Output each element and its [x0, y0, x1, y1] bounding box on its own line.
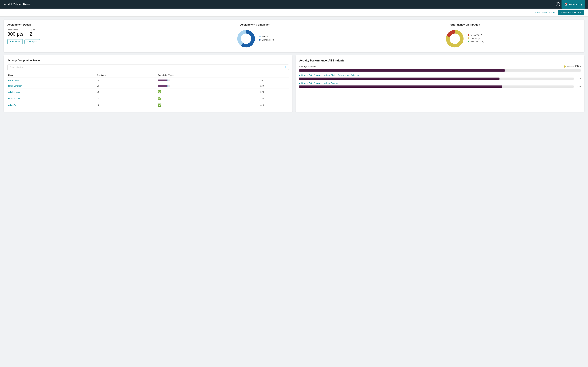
completion-cell: ✅	[157, 89, 259, 95]
student-name[interactable]: Ada Lovelace	[7, 89, 95, 95]
topic-bar-row: 73%	[299, 77, 581, 80]
svg-point-5	[450, 33, 460, 44]
performance-legend: Under 70% (1) 70-89% (4) 90% and up (0)	[468, 34, 484, 44]
calendar-icon: 📅	[564, 3, 567, 6]
roster-title: Activity Completion Roster	[7, 59, 289, 62]
completion-title: Assignment Completion	[162, 23, 348, 26]
table-row: Louis Pasteur17✅323	[7, 95, 289, 102]
student-name[interactable]: Ralph Emerson	[7, 83, 95, 89]
header: ← 4.1 Related Rates ? 📅 Assign Activity	[0, 0, 588, 8]
under70-label: Under 70% (1)	[471, 34, 484, 36]
performance-donut	[445, 29, 465, 49]
progress-bar	[158, 80, 170, 81]
header-right: ? 📅 Assign Activity	[556, 0, 585, 8]
edit-target-button[interactable]: Edit Target	[7, 39, 23, 44]
about-learningcurve-link[interactable]: About LearningCurve	[535, 11, 555, 14]
topics-label: Topics:	[30, 29, 35, 31]
points-value: 269	[259, 83, 289, 89]
col-points-header	[259, 73, 289, 78]
started-label: Started (2)	[262, 35, 271, 38]
bottom-row: Activity Completion Roster 🔍 Name ▼ Ques…	[4, 55, 584, 112]
under70-dot	[468, 34, 469, 36]
completion-cell	[157, 78, 259, 83]
topic-name: Related Rate Problems Involving Squares	[301, 82, 338, 84]
purple-fill	[158, 85, 167, 87]
assign-button-label: Assign Activity	[569, 3, 582, 6]
search-input[interactable]	[7, 65, 289, 70]
legend-completed: Completed (3)	[259, 39, 274, 41]
target-score-group: Target Score: 300 pts	[7, 29, 23, 37]
90up-dot	[468, 41, 469, 42]
details-row: Target Score: 300 pts Topics: 2	[7, 29, 162, 37]
topic-arrow-icon: ▶	[299, 82, 300, 84]
points-value: 262	[259, 78, 289, 83]
topics-value: 2	[30, 31, 35, 37]
check-icon: ✅	[158, 97, 161, 100]
completion-cell: ✅	[157, 95, 259, 102]
assignment-details-title: Assignment Details	[7, 23, 162, 26]
70-89-label: 70-89% (4)	[471, 37, 480, 40]
legend-70-89: 70-89% (4)	[468, 37, 484, 40]
help-icon: ?	[557, 3, 558, 6]
col-completion-header: Completion/Points	[157, 73, 259, 78]
back-button[interactable]: ←	[3, 3, 6, 6]
student-name[interactable]: Adam Smith	[7, 102, 95, 108]
assignment-overview: Assignment Details Target Score: 300 pts…	[7, 23, 581, 49]
blue-fill	[167, 80, 168, 81]
performance-donut-svg	[445, 29, 465, 49]
performance-distribution-section: Performance Distribution	[348, 23, 581, 49]
table-row: Adam Smith16✅313	[7, 102, 289, 108]
avg-accuracy-bar	[299, 69, 581, 72]
main-content: Assignment Details Target Score: 300 pts…	[0, 17, 588, 115]
points-value: 323	[259, 95, 289, 102]
question-count: 14	[95, 78, 157, 83]
topic-accuracy: 73%	[575, 77, 581, 80]
completed-label: Completed (3)	[262, 39, 274, 41]
completion-chart-row: Started (2) Completed (3)	[162, 29, 348, 49]
header-left: ← 4.1 Related Rates	[3, 3, 30, 6]
avg-accuracy-label: Average Accuracy:	[299, 65, 317, 68]
back-icon: ←	[3, 3, 6, 6]
topic-title[interactable]: ▶ Related Rate Problems Involving Circle…	[299, 74, 581, 76]
avg-accuracy-row: Average Accuracy: Accuracy 73%	[299, 65, 581, 68]
topic-title[interactable]: ▶ Related Rate Problems Involving Square…	[299, 82, 581, 84]
completion-section: Assignment Completion	[162, 23, 348, 49]
question-count: 19	[95, 89, 157, 95]
roster-card: Activity Completion Roster 🔍 Name ▼ Ques…	[4, 55, 293, 112]
help-button[interactable]: ?	[556, 2, 560, 6]
performance-card: Activity Performance: All Students Avera…	[295, 55, 584, 112]
avg-accuracy-value: 73%	[575, 65, 581, 68]
col-name-header[interactable]: Name ▼	[7, 73, 95, 78]
table-row: Ralph Emerson14 269	[7, 83, 289, 89]
blue-fill	[167, 85, 168, 87]
target-score-label: Target Score:	[7, 29, 23, 31]
question-count: 17	[95, 95, 157, 102]
topic-row: ▶ Related Rate Problems Involving Circle…	[299, 74, 581, 80]
page-title: 4.1 Related Rates	[8, 3, 30, 6]
table-row: Ada Lovelace19✅376	[7, 89, 289, 95]
edit-topics-button[interactable]: Edit Topics	[25, 39, 40, 44]
assign-activity-button[interactable]: 📅 Assign Activity	[562, 0, 585, 8]
progress-bar	[158, 85, 170, 87]
topic-bar-fill	[299, 85, 502, 88]
student-name[interactable]: Marie Curie	[7, 78, 95, 83]
completion-cell: ✅	[157, 102, 259, 108]
70-89-dot	[468, 37, 469, 39]
topic-name: Related Rate Problems Involving Circles,…	[301, 74, 359, 76]
accuracy-label-header: Accuracy	[567, 66, 574, 67]
preview-as-student-button[interactable]: Preview as a Student	[558, 10, 584, 15]
sub-header: About LearningCurve Preview as a Student	[0, 8, 588, 17]
assignment-details-section: Assignment Details Target Score: 300 pts…	[7, 23, 162, 44]
completion-cell	[157, 83, 259, 89]
purple-fill	[158, 80, 167, 81]
topic-accuracy: 74%	[575, 85, 581, 88]
assignment-overview-card: Assignment Details Target Score: 300 pts…	[4, 20, 584, 52]
check-icon: ✅	[158, 104, 161, 107]
student-name[interactable]: Louis Pasteur	[7, 95, 95, 102]
completion-donut-svg	[236, 29, 256, 49]
completion-donut	[236, 29, 256, 49]
topic-bar	[299, 85, 574, 88]
question-count: 16	[95, 102, 157, 108]
accuracy-dot	[564, 66, 566, 67]
progress-bar-cell	[158, 85, 259, 87]
